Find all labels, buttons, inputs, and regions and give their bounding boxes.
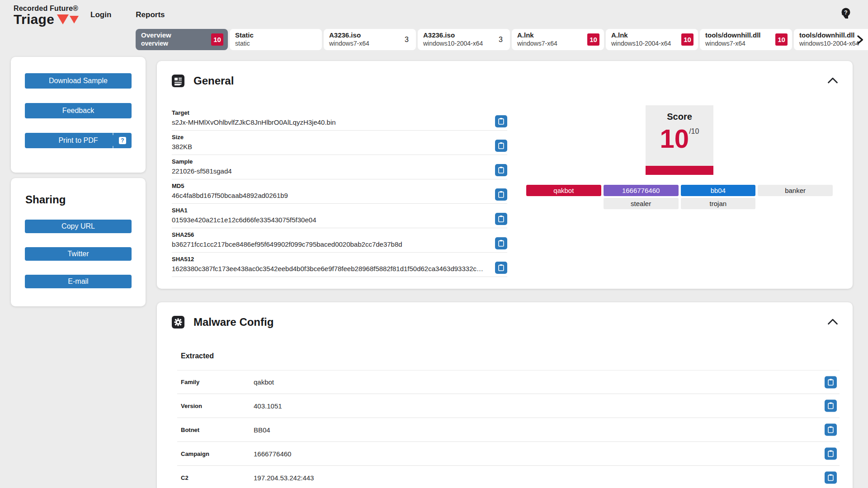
- field-sample: Sample 221026-sf581sgad4: [172, 155, 507, 179]
- print-to-pdf-label: Print to PDF: [58, 136, 98, 144]
- brand-product: Triage: [14, 13, 54, 26]
- print-help-icon[interactable]: ?: [119, 137, 126, 144]
- nav-login-link[interactable]: Login: [90, 10, 111, 19]
- score-badge: 10: [775, 33, 788, 46]
- config-row-campaign: Campaign 1666776460: [177, 442, 840, 466]
- copy-md5-button[interactable]: [495, 188, 507, 201]
- config-row-version: Version 403.1051: [177, 394, 840, 418]
- copy-c2-button[interactable]: [825, 472, 837, 484]
- copy-sha1-button[interactable]: [495, 213, 507, 225]
- copy-campaign-button[interactable]: [825, 448, 837, 460]
- top-nav: Login Reports: [90, 10, 165, 19]
- malware-config-title: Malware Config: [193, 316, 274, 328]
- copy-family-button[interactable]: [825, 376, 837, 388]
- field-target: Target s2Jx-MHMlXvOhlbvlfZJkC8JnHlbrO0Al…: [172, 106, 507, 131]
- score-max: /10: [689, 127, 699, 136]
- report-icon: [172, 75, 184, 87]
- tab-downhill-win7[interactable]: tools/downhill.dll windows7-x64 10: [700, 29, 792, 50]
- config-row-c2: C2 197.204.53.242:443: [177, 466, 840, 488]
- tab-a3236-win7[interactable]: A3236.iso windows7-x64 3: [324, 29, 416, 50]
- tag-campaign-id[interactable]: 1666776460: [604, 185, 679, 196]
- tag-banker[interactable]: banker: [758, 185, 833, 196]
- svg-text:?: ?: [844, 9, 847, 16]
- email-button[interactable]: E-mail: [25, 275, 132, 288]
- tab-alnk-win10[interactable]: A.lnk windows10-2004-x64 10: [606, 29, 698, 50]
- copy-sha512-button[interactable]: [495, 262, 507, 274]
- brand-logo[interactable]: Recorded Future® Triage: [14, 5, 79, 26]
- copy-size-button[interactable]: [495, 140, 507, 152]
- config-table: Family qakbot Version 403.1051 Botnet BB…: [177, 370, 840, 488]
- task-count: 3: [405, 36, 409, 44]
- general-fields: Target s2Jx-MHMlXvOhlbvlfZJkC8JnHlbrO0Al…: [172, 106, 507, 277]
- nav-reports-link[interactable]: Reports: [136, 10, 165, 19]
- score-badge: 10: [211, 33, 223, 46]
- copy-target-button[interactable]: [495, 115, 507, 127]
- tag-trojan[interactable]: trojan: [681, 198, 756, 209]
- copy-sha256-button[interactable]: [495, 237, 507, 249]
- twitter-button[interactable]: Twitter: [25, 247, 132, 261]
- collapse-general-icon[interactable]: [827, 75, 839, 86]
- print-to-pdf-button[interactable]: Print to PDF ?: [25, 133, 132, 148]
- feedback-button[interactable]: Feedback: [25, 103, 132, 118]
- score-value: 10: [660, 126, 689, 152]
- copy-version-button[interactable]: [825, 400, 837, 412]
- field-md5: MD5 46c4fa8bd167f50bcaab4892ad0261b9: [172, 179, 507, 204]
- tag-stealer[interactable]: stealer: [604, 198, 679, 209]
- score-badge: 10: [587, 33, 599, 46]
- score-card: Score 10 /10: [646, 105, 713, 175]
- tag-botnet[interactable]: bb04: [681, 185, 756, 196]
- score-label: Score: [667, 112, 692, 122]
- report-tabbar: Overview overview 10 Static static A3236…: [136, 29, 868, 50]
- copy-botnet-button[interactable]: [825, 424, 837, 436]
- tag-list: qakbot 1666776460 bb04 banker stealer tr…: [526, 185, 833, 209]
- task-count: 3: [499, 36, 503, 44]
- sharing-card: Sharing Copy URL Twitter E-mail: [11, 178, 146, 306]
- sharing-title: Sharing: [25, 193, 146, 206]
- field-sha256: SHA256 b36271fcc1cc217bce8486ef95f649902…: [172, 228, 507, 253]
- field-sha1: SHA1 01593e420a21c1e12c6d66fe33543075f5f…: [172, 204, 507, 228]
- collapse-malware-config-icon[interactable]: [827, 317, 839, 328]
- score-and-tags: Score 10 /10 qakbot 1666776460 bb04 bank…: [526, 105, 833, 209]
- tab-overview[interactable]: Overview overview 10: [136, 29, 228, 50]
- actions-card: Download Sample Feedback Print to PDF ?: [11, 57, 146, 173]
- help-icon[interactable]: ?: [840, 7, 852, 20]
- general-title: General: [193, 75, 234, 87]
- tag-qakbot[interactable]: qakbot: [526, 185, 601, 196]
- score-badge: 10: [681, 33, 693, 46]
- download-sample-button[interactable]: Download Sample: [25, 73, 132, 89]
- copy-sample-button[interactable]: [495, 164, 507, 176]
- tab-scroll-right-icon[interactable]: [854, 34, 865, 45]
- logo-triangle-icon: [70, 16, 79, 23]
- config-row-family: Family qakbot: [177, 370, 840, 394]
- field-size: Size 382KB: [172, 131, 507, 155]
- tab-alnk-win7[interactable]: A.lnk windows7-x64 10: [512, 29, 604, 50]
- score-bar: [646, 166, 713, 175]
- gear-icon: [172, 316, 184, 328]
- general-panel: General Target s2Jx-MHMlXvOhlbvlfZJkC8Jn…: [157, 61, 853, 289]
- extracted-heading: Extracted: [181, 352, 214, 360]
- copy-url-button[interactable]: Copy URL: [25, 220, 132, 233]
- field-sha512: SHA512 1628380c387fc173ee438ac0c3542eebd…: [172, 253, 507, 277]
- tab-a3236-win10[interactable]: A3236.iso windows10-2004-x64 3: [418, 29, 510, 50]
- logo-triangle-icon: [57, 14, 69, 24]
- config-row-botnet: Botnet BB04: [177, 418, 840, 442]
- malware-config-panel: Malware Config Extracted Family qakbot V…: [157, 302, 853, 488]
- tab-static[interactable]: Static static: [230, 29, 322, 50]
